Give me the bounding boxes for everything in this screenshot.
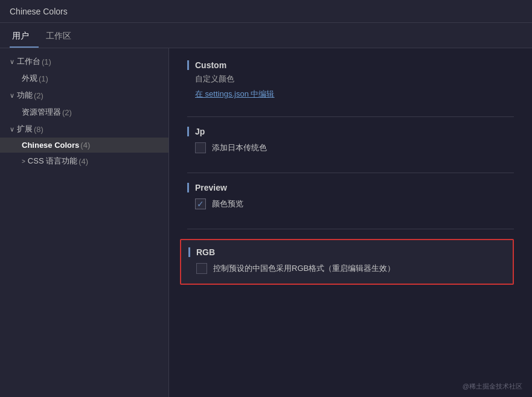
setting-group-rgb: RGB 控制预设的中国色采用RGB格式（重启编辑器生效）	[180, 239, 514, 285]
chevron-down-icon: ∨	[10, 125, 14, 133]
setting-group-title-preview: Preview	[187, 183, 514, 192]
setting-group-custom: Custom 自定义颜色 在 settings.json 中编辑	[187, 60, 514, 100]
settings-json-link[interactable]: 在 settings.json 中编辑	[187, 89, 275, 100]
sidebar-item-explorer[interactable]: 资源管理器 (2)	[0, 104, 168, 121]
sidebar-item-label: 工作台	[17, 56, 40, 67]
sidebar-item-label: 外观	[22, 73, 37, 84]
setting-description-custom: 自定义颜色	[187, 74, 514, 84]
sidebar-item-css-lang[interactable]: > CSS 语言功能 (4)	[0, 153, 168, 170]
sidebar-item-count: (8)	[34, 125, 43, 134]
tab-workspace[interactable]: 工作区	[43, 26, 81, 48]
sidebar-item-features[interactable]: ∨ 功能 (2)	[0, 87, 168, 104]
tabs-bar: 用户 工作区	[0, 23, 532, 48]
setting-group-jp: Jp 添加日本传统色	[187, 127, 514, 156]
setting-row-preview: ✓ 颜色预览	[187, 196, 514, 212]
divider-2	[187, 173, 514, 173]
watermark: @稀土掘金技术社区	[463, 382, 522, 391]
chevron-right-icon: >	[22, 158, 25, 165]
setting-text-preview: 颜色预览	[212, 198, 243, 209]
setting-group-title-custom: Custom	[187, 60, 514, 70]
sidebar-item-label: CSS 语言功能	[28, 156, 77, 167]
sidebar: ∨ 工作台 (1) 外观 (1) ∨ 功能 (2) 资源管理器 (2) ∨ 扩展	[0, 48, 169, 397]
setting-group-preview: Preview ✓ 颜色预览	[187, 183, 514, 212]
setting-group-title-rgb: RGB	[188, 247, 505, 257]
setting-group-title-jp: Jp	[187, 127, 514, 136]
sidebar-item-label: 资源管理器	[22, 107, 61, 118]
sidebar-item-workbench[interactable]: ∨ 工作台 (1)	[0, 53, 168, 70]
setting-text-rgb: 控制预设的中国色采用RGB格式（重启编辑器生效）	[213, 263, 395, 274]
sidebar-item-count: (4)	[80, 141, 90, 150]
setting-row-jp: 添加日本传统色	[187, 140, 514, 156]
sidebar-item-extensions[interactable]: ∨ 扩展 (8)	[0, 121, 168, 138]
chevron-down-icon: ∨	[10, 58, 14, 66]
sidebar-item-count: (4)	[79, 157, 88, 166]
sidebar-item-count: (2)	[62, 108, 72, 117]
app-container: Chinese Colors 用户 工作区 ∨ 工作台 (1) 外观 (1)	[0, 0, 532, 397]
checkbox-preview[interactable]: ✓	[195, 198, 206, 209]
divider-3	[187, 229, 514, 229]
title-bar-text: Chinese Colors	[10, 7, 68, 16]
setting-text-jp: 添加日本传统色	[212, 142, 267, 153]
sidebar-item-label: 功能	[17, 90, 33, 101]
setting-row-rgb: 控制预设的中国色采用RGB格式（重启编辑器生效）	[188, 261, 505, 276]
checkbox-jp[interactable]	[195, 142, 206, 153]
sidebar-item-label: 扩展	[17, 124, 33, 135]
divider-1	[187, 116, 514, 117]
title-bar: Chinese Colors	[0, 0, 532, 23]
sidebar-item-appearance[interactable]: 外观 (1)	[0, 70, 168, 87]
sidebar-item-count: (1)	[42, 57, 51, 66]
main-content: ∨ 工作台 (1) 外观 (1) ∨ 功能 (2) 资源管理器 (2) ∨ 扩展	[0, 48, 532, 397]
sidebar-item-count: (1)	[39, 74, 48, 83]
sidebar-item-label: Chinese Colors	[22, 141, 79, 150]
tab-user[interactable]: 用户	[10, 26, 39, 48]
sidebar-item-chinese-colors[interactable]: Chinese Colors (4)	[0, 138, 168, 153]
checkbox-rgb[interactable]	[196, 263, 207, 274]
chevron-down-icon: ∨	[10, 92, 14, 100]
sidebar-item-count: (2)	[34, 91, 43, 100]
settings-panel: Custom 自定义颜色 在 settings.json 中编辑 Jp 添加日本…	[169, 48, 532, 397]
checkmark-icon: ✓	[197, 200, 204, 208]
